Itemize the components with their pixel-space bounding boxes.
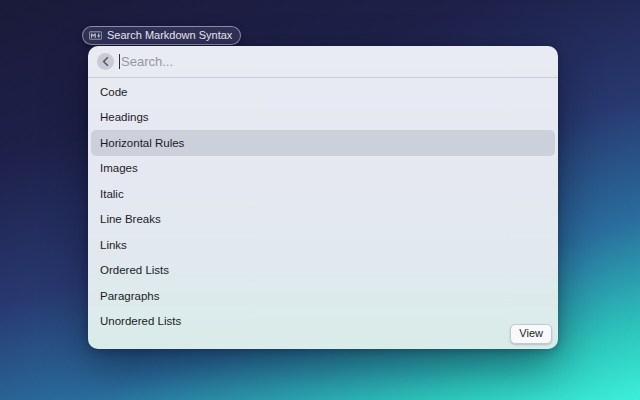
list-item-label: Italic <box>100 188 124 200</box>
list-item[interactable]: Headings <box>91 105 555 131</box>
list-item[interactable]: Links <box>91 232 555 258</box>
list-item[interactable]: Code <box>91 79 555 105</box>
list-item-label: Horizontal Rules <box>100 137 184 149</box>
list-item-label: Unordered Lists <box>100 315 181 327</box>
syntax-list: CodeHeadingsHorizontal RulesImagesItalic… <box>88 78 558 334</box>
list-item-label: Code <box>100 86 128 98</box>
list-item-label: Images <box>100 162 138 174</box>
search-header <box>88 46 558 77</box>
view-button[interactable]: View <box>510 324 552 344</box>
list-item-label: Line Breaks <box>100 213 161 225</box>
list-item[interactable]: Paragraphs <box>91 283 555 309</box>
markdown-icon <box>89 31 102 40</box>
list-item[interactable]: Italic <box>91 181 555 207</box>
list-item[interactable]: Line Breaks <box>91 207 555 233</box>
list-item[interactable]: Ordered Lists <box>91 258 555 284</box>
search-palette-window: CodeHeadingsHorizontal RulesImagesItalic… <box>88 46 558 349</box>
list-item[interactable]: Horizontal Rules <box>91 130 555 156</box>
back-button[interactable] <box>97 53 114 70</box>
search-input[interactable] <box>120 54 550 69</box>
chevron-left-icon <box>102 57 109 66</box>
list-item[interactable]: Images <box>91 156 555 182</box>
list-item[interactable]: Unordered Lists <box>91 309 555 335</box>
list-item-label: Ordered Lists <box>100 264 169 276</box>
list-item-label: Paragraphs <box>100 290 159 302</box>
list-item-label: Headings <box>100 111 149 123</box>
search-field-wrap <box>119 54 550 69</box>
command-tooltip: Search Markdown Syntax <box>82 26 241 45</box>
list-item-label: Links <box>100 239 127 251</box>
command-tooltip-label: Search Markdown Syntax <box>107 30 232 41</box>
